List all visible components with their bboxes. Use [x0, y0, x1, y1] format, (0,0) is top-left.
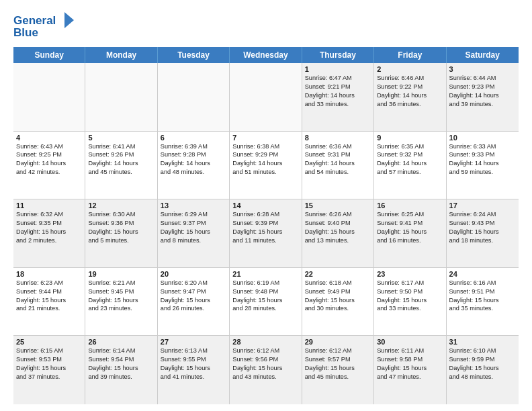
svg-text:General: General	[13, 14, 56, 27]
day-info: Sunrise: 6:15 AMSunset: 9:53 PMDaylight:…	[16, 347, 82, 381]
day-cell-3: 3Sunrise: 6:44 AMSunset: 9:23 PMDaylight…	[447, 63, 519, 131]
logo: General Blue	[13, 11, 74, 40]
day-number: 14	[232, 201, 298, 210]
day-number: 9	[377, 134, 443, 142]
day-info: Sunrise: 6:11 AMSunset: 9:58 PMDaylight:…	[377, 347, 443, 381]
day-cell-12: 12Sunrise: 6:30 AMSunset: 9:36 PMDayligh…	[85, 199, 157, 267]
page: General Blue SundayMondayTuesdayWednesda…	[0, 0, 532, 411]
day-info: Sunrise: 6:44 AMSunset: 9:23 PMDaylight:…	[449, 74, 516, 109]
day-header-saturday: Saturday	[447, 47, 519, 63]
day-number: 12	[88, 201, 154, 210]
week-row-3: 11Sunrise: 6:32 AMSunset: 9:35 PMDayligh…	[13, 199, 519, 268]
day-number: 1	[305, 65, 371, 73]
day-info: Sunrise: 6:10 AMSunset: 9:59 PMDaylight:…	[449, 347, 516, 381]
day-cell-2: 2Sunrise: 6:46 AMSunset: 9:22 PMDaylight…	[374, 63, 446, 131]
day-header-sunday: Sunday	[13, 47, 85, 63]
day-cell-4: 4Sunrise: 6:43 AMSunset: 9:25 PMDaylight…	[13, 132, 85, 199]
day-number: 29	[305, 338, 371, 346]
day-cell-29: 29Sunrise: 6:12 AMSunset: 9:57 PMDayligh…	[302, 336, 374, 404]
day-cell-10: 10Sunrise: 6:33 AMSunset: 9:33 PMDayligh…	[447, 132, 519, 199]
day-number: 24	[449, 270, 516, 278]
day-number: 4	[16, 134, 82, 142]
day-cell-16: 16Sunrise: 6:25 AMSunset: 9:41 PMDayligh…	[374, 199, 446, 267]
day-header-friday: Friday	[374, 47, 446, 63]
day-number: 25	[16, 338, 82, 346]
day-number: 8	[305, 134, 371, 142]
day-cell-8: 8Sunrise: 6:36 AMSunset: 9:31 PMDaylight…	[302, 132, 374, 199]
day-number: 3	[449, 65, 516, 73]
day-info: Sunrise: 6:14 AMSunset: 9:54 PMDaylight:…	[88, 347, 154, 381]
day-number: 17	[449, 201, 516, 210]
day-info: Sunrise: 6:20 AMSunset: 9:47 PMDaylight:…	[161, 279, 226, 314]
day-info: Sunrise: 6:28 AMSunset: 9:39 PMDaylight:…	[232, 210, 298, 245]
day-header-wednesday: Wednesday	[230, 47, 302, 63]
day-info: Sunrise: 6:26 AMSunset: 9:40 PMDaylight:…	[305, 210, 371, 245]
day-info: Sunrise: 6:24 AMSunset: 9:43 PMDaylight:…	[449, 210, 516, 245]
day-cell-19: 19Sunrise: 6:21 AMSunset: 9:45 PMDayligh…	[85, 268, 157, 336]
day-number: 28	[232, 338, 298, 346]
empty-cell	[230, 63, 302, 131]
header: General Blue	[13, 11, 519, 40]
day-cell-22: 22Sunrise: 6:18 AMSunset: 9:49 PMDayligh…	[302, 268, 374, 336]
day-cell-28: 28Sunrise: 6:12 AMSunset: 9:56 PMDayligh…	[230, 336, 302, 404]
day-info: Sunrise: 6:47 AMSunset: 9:21 PMDaylight:…	[305, 74, 371, 109]
day-cell-5: 5Sunrise: 6:41 AMSunset: 9:26 PMDaylight…	[85, 132, 157, 199]
day-number: 18	[16, 270, 82, 278]
day-cell-27: 27Sunrise: 6:13 AMSunset: 9:55 PMDayligh…	[158, 336, 230, 404]
day-info: Sunrise: 6:25 AMSunset: 9:41 PMDaylight:…	[377, 210, 443, 245]
day-number: 30	[377, 338, 443, 346]
logo-svg: General Blue	[13, 11, 74, 40]
day-number: 16	[377, 201, 443, 210]
day-info: Sunrise: 6:19 AMSunset: 9:48 PMDaylight:…	[232, 279, 298, 314]
calendar-header: SundayMondayTuesdayWednesdayThursdayFrid…	[13, 47, 519, 63]
empty-cell	[158, 63, 230, 131]
empty-cell	[85, 63, 157, 131]
day-cell-1: 1Sunrise: 6:47 AMSunset: 9:21 PMDaylight…	[302, 63, 374, 131]
day-cell-7: 7Sunrise: 6:38 AMSunset: 9:29 PMDaylight…	[230, 132, 302, 199]
day-number: 15	[305, 201, 371, 210]
day-number: 31	[449, 338, 516, 346]
day-cell-23: 23Sunrise: 6:17 AMSunset: 9:50 PMDayligh…	[374, 268, 446, 336]
day-cell-31: 31Sunrise: 6:10 AMSunset: 9:59 PMDayligh…	[447, 336, 519, 404]
day-info: Sunrise: 6:43 AMSunset: 9:25 PMDaylight:…	[16, 142, 82, 177]
day-info: Sunrise: 6:12 AMSunset: 9:56 PMDaylight:…	[232, 347, 298, 381]
day-info: Sunrise: 6:12 AMSunset: 9:57 PMDaylight:…	[305, 347, 371, 381]
svg-text:Blue: Blue	[13, 26, 38, 39]
day-number: 23	[377, 270, 443, 278]
day-info: Sunrise: 6:21 AMSunset: 9:45 PMDaylight:…	[88, 279, 154, 314]
day-number: 19	[88, 270, 154, 278]
week-row-5: 25Sunrise: 6:15 AMSunset: 9:53 PMDayligh…	[13, 336, 519, 404]
day-number: 10	[449, 134, 516, 142]
day-info: Sunrise: 6:35 AMSunset: 9:32 PMDaylight:…	[377, 142, 443, 177]
day-header-thursday: Thursday	[302, 47, 374, 63]
day-number: 27	[161, 338, 226, 346]
calendar: SundayMondayTuesdayWednesdayThursdayFrid…	[13, 47, 519, 404]
day-number: 5	[88, 134, 154, 142]
day-info: Sunrise: 6:33 AMSunset: 9:33 PMDaylight:…	[449, 142, 516, 177]
week-row-4: 18Sunrise: 6:23 AMSunset: 9:44 PMDayligh…	[13, 268, 519, 336]
day-cell-9: 9Sunrise: 6:35 AMSunset: 9:32 PMDaylight…	[374, 132, 446, 199]
day-header-monday: Monday	[85, 47, 157, 63]
day-header-tuesday: Tuesday	[158, 47, 230, 63]
day-info: Sunrise: 6:32 AMSunset: 9:35 PMDaylight:…	[16, 210, 82, 245]
day-cell-14: 14Sunrise: 6:28 AMSunset: 9:39 PMDayligh…	[230, 199, 302, 267]
day-info: Sunrise: 6:46 AMSunset: 9:22 PMDaylight:…	[377, 74, 443, 109]
day-info: Sunrise: 6:18 AMSunset: 9:49 PMDaylight:…	[305, 279, 371, 314]
week-row-2: 4Sunrise: 6:43 AMSunset: 9:25 PMDaylight…	[13, 132, 519, 200]
day-info: Sunrise: 6:13 AMSunset: 9:55 PMDaylight:…	[161, 347, 226, 381]
day-number: 13	[161, 201, 226, 210]
day-info: Sunrise: 6:39 AMSunset: 9:28 PMDaylight:…	[161, 142, 226, 177]
day-info: Sunrise: 6:36 AMSunset: 9:31 PMDaylight:…	[305, 142, 371, 177]
day-number: 2	[377, 65, 443, 73]
day-info: Sunrise: 6:30 AMSunset: 9:36 PMDaylight:…	[88, 210, 154, 245]
week-row-1: 1Sunrise: 6:47 AMSunset: 9:21 PMDaylight…	[13, 63, 519, 132]
day-cell-18: 18Sunrise: 6:23 AMSunset: 9:44 PMDayligh…	[13, 268, 85, 336]
day-number: 22	[305, 270, 371, 278]
day-number: 6	[161, 134, 226, 142]
day-cell-20: 20Sunrise: 6:20 AMSunset: 9:47 PMDayligh…	[158, 268, 230, 336]
day-number: 21	[232, 270, 298, 278]
day-cell-13: 13Sunrise: 6:29 AMSunset: 9:37 PMDayligh…	[158, 199, 230, 267]
day-cell-6: 6Sunrise: 6:39 AMSunset: 9:28 PMDaylight…	[158, 132, 230, 199]
day-info: Sunrise: 6:41 AMSunset: 9:26 PMDaylight:…	[88, 142, 154, 177]
day-number: 26	[88, 338, 154, 346]
